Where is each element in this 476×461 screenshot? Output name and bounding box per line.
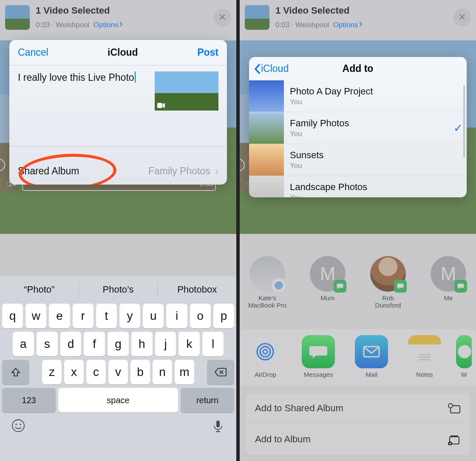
- key-s[interactable]: s: [37, 332, 58, 356]
- album-name: Photo A Day Project: [290, 86, 444, 97]
- person-item[interactable]: MMe: [423, 256, 473, 309]
- app-item-wa[interactable]: W: [456, 335, 472, 378]
- post-button[interactable]: Post: [197, 47, 218, 58]
- key-r[interactable]: r: [73, 304, 94, 328]
- back-button[interactable]: iCloud: [254, 63, 289, 74]
- album-row[interactable]: SunsetsYou: [249, 144, 467, 176]
- key-d[interactable]: d: [60, 332, 82, 356]
- key-g[interactable]: g: [108, 332, 129, 356]
- person-item[interactable]: MMum: [303, 256, 353, 309]
- return-key[interactable]: return: [181, 388, 234, 413]
- app-item-mail[interactable]: Mail: [350, 335, 393, 378]
- album-list: Photo A Day ProjectYouFamily PhotosYou✓S…: [249, 80, 467, 197]
- album-row[interactable]: Photo A Day ProjectYou: [249, 80, 467, 112]
- key-w[interactable]: w: [26, 304, 46, 328]
- action-label: Add to Shared Album: [255, 403, 343, 414]
- key-l[interactable]: l: [202, 332, 224, 356]
- key-u[interactable]: u: [143, 304, 164, 328]
- selection-duration: 0:03: [36, 21, 50, 29]
- options-link[interactable]: Options: [94, 21, 119, 29]
- svg-point-2: [15, 424, 17, 425]
- app-label: Notes: [403, 371, 446, 378]
- suggestion-3[interactable]: Photobox: [158, 284, 236, 295]
- selection-subtitle: 0:03 · Welshpool Options›: [36, 17, 207, 30]
- key-p[interactable]: p: [213, 304, 234, 328]
- shared-album-icon: [447, 402, 461, 414]
- suggestion-1[interactable]: “Photo”: [0, 284, 79, 295]
- cancel-button[interactable]: Cancel: [18, 47, 48, 58]
- key-j[interactable]: j: [155, 332, 176, 356]
- person-item[interactable]: Rob Dunsford: [363, 256, 413, 309]
- space-key[interactable]: space: [58, 388, 178, 413]
- svg-point-5: [278, 285, 280, 287]
- app-item-msg[interactable]: Messages: [297, 335, 340, 378]
- key-x[interactable]: x: [64, 360, 84, 384]
- app-label: Messages: [297, 371, 340, 378]
- video-icon: [157, 103, 165, 108]
- icloud-compose-modal: Cancel iCloud Post I really love this Li…: [9, 40, 227, 185]
- left-screenshot: 1 Video Selected 0:03 · Welshpool Option…: [0, 0, 236, 461]
- action-label: Add to Album: [255, 434, 311, 445]
- emoji-icon[interactable]: [11, 418, 26, 435]
- album-row[interactable]: Family PhotosYou✓: [249, 112, 467, 144]
- key-n[interactable]: n: [153, 360, 172, 384]
- actions-card: Add to Shared Album Add to Album: [246, 393, 470, 455]
- album-name: Sunsets: [290, 150, 444, 161]
- app-item-notes[interactable]: Notes: [403, 335, 446, 378]
- selection-subtitle: 0:03 · Welshpool Options›: [275, 17, 447, 30]
- messages-badge-icon: [394, 280, 407, 293]
- svg-point-15: [458, 345, 471, 359]
- album-sub: You: [290, 194, 444, 197]
- app-label: W: [456, 371, 472, 378]
- selection-title: 1 Video Selected: [275, 5, 447, 16]
- person-label: Me: [423, 294, 473, 302]
- svg-point-1: [12, 420, 24, 432]
- key-i[interactable]: i: [166, 304, 187, 328]
- shared-album-value: Family Photos: [148, 165, 210, 177]
- key-a[interactable]: a: [13, 332, 34, 356]
- key-e[interactable]: e: [49, 304, 70, 328]
- compose-thumb: [155, 71, 218, 111]
- key-m[interactable]: m: [175, 360, 194, 384]
- selection-location: Welshpool: [56, 21, 89, 29]
- selection-title: 1 Video Selected: [36, 5, 207, 16]
- key-o[interactable]: o: [190, 304, 211, 328]
- suggestion-2[interactable]: Photo’s: [79, 284, 158, 295]
- shift-key[interactable]: [2, 360, 29, 384]
- compose-textarea[interactable]: I really love this Live Photo: [18, 71, 148, 111]
- key-v[interactable]: v: [108, 360, 128, 384]
- key-y[interactable]: y: [119, 304, 140, 328]
- album-row[interactable]: Landscape PhotosYou: [249, 176, 467, 197]
- key-h[interactable]: h: [131, 332, 153, 356]
- close-icon[interactable]: ✕: [213, 9, 231, 26]
- album-thumb: [249, 80, 284, 112]
- close-icon[interactable]: ✕: [453, 9, 471, 26]
- key-q[interactable]: q: [2, 304, 23, 328]
- selection-header: 1 Video Selected 0:03 · Welshpool Option…: [0, 0, 236, 35]
- backspace-key[interactable]: [207, 360, 234, 384]
- album-thumb: [249, 112, 284, 144]
- add-to-title: Add to: [343, 63, 374, 74]
- key-z[interactable]: z: [42, 360, 62, 384]
- numbers-key[interactable]: 123: [2, 388, 56, 413]
- options-link[interactable]: Options: [333, 21, 358, 29]
- svg-rect-4: [216, 421, 220, 427]
- key-b[interactable]: b: [130, 360, 150, 384]
- key-f[interactable]: f: [84, 332, 105, 356]
- right-screenshot: 1 Video Selected 0:03 · Welshpool Option…: [240, 0, 476, 461]
- key-t[interactable]: t: [96, 304, 117, 328]
- selection-thumb: [5, 5, 30, 30]
- add-to-shared-album-row[interactable]: Add to Shared Album: [246, 393, 470, 424]
- mic-icon[interactable]: [211, 418, 225, 435]
- album-icon: [447, 433, 461, 445]
- key-c[interactable]: c: [86, 360, 106, 384]
- key-k[interactable]: k: [178, 332, 200, 356]
- add-to-album-row[interactable]: Add to Album: [246, 424, 470, 455]
- person-item[interactable]: Kate’s MacBook Pro: [242, 256, 292, 309]
- selection-header: 1 Video Selected 0:03 · Welshpool Option…: [240, 0, 476, 35]
- app-item-airdrop[interactable]: AirDrop: [244, 335, 287, 378]
- notes-icon: [408, 335, 441, 368]
- apps-row: AirDropMessagesMailNotesW: [240, 329, 476, 386]
- album-name: Landscape Photos: [290, 182, 444, 193]
- shared-album-row[interactable]: Shared Album Family Photos: [9, 157, 227, 185]
